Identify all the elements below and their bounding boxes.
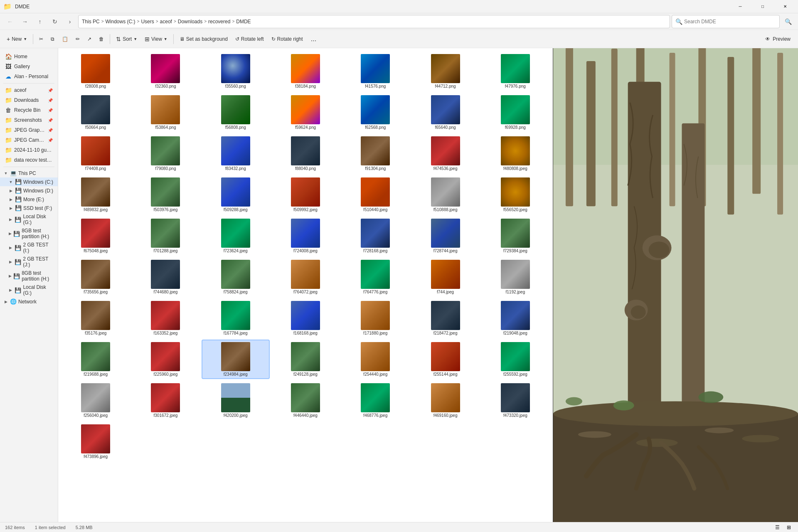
file-item[interactable]: f764776.jpeg bbox=[341, 257, 409, 297]
more-button[interactable]: … bbox=[307, 32, 320, 46]
file-item[interactable]: f735656.jpeg bbox=[62, 257, 130, 297]
bc-users[interactable]: Users bbox=[141, 19, 154, 25]
expand-8gb-h2[interactable]: ▶ bbox=[8, 274, 12, 278]
bc-downloads[interactable]: Downloads bbox=[178, 19, 202, 25]
file-item[interactable]: f234984.jpeg bbox=[202, 340, 270, 379]
expand-2gb-i[interactable]: ▶ bbox=[8, 246, 13, 250]
set-background-button[interactable]: 🖥 Set as background bbox=[176, 32, 231, 47]
rotate-right-button[interactable]: ↻ Rotate right bbox=[268, 32, 306, 47]
paste-button[interactable]: 📋 bbox=[59, 32, 71, 47]
file-item[interactable]: f47976.png bbox=[481, 52, 549, 91]
minimize-button[interactable]: ─ bbox=[731, 0, 750, 13]
sidebar-item-jpeg-graphics[interactable]: 📁 JPEG Graphics file 📌 bbox=[0, 125, 58, 135]
expand-more-e[interactable]: ▶ bbox=[8, 197, 13, 202]
file-item[interactable]: f254440.jpeg bbox=[341, 340, 409, 379]
file-item[interactable]: f35560.png bbox=[202, 52, 270, 91]
file-item[interactable]: f446440.jpeg bbox=[271, 381, 340, 420]
file-item[interactable]: f1192.jpeg bbox=[481, 257, 549, 297]
tree-item-more-e[interactable]: ▶ 💾 More (E:) bbox=[0, 195, 58, 204]
file-item[interactable]: f255144.jpeg bbox=[411, 340, 479, 379]
file-item[interactable]: f510440.jpeg bbox=[341, 175, 409, 214]
sort-button[interactable]: ⇅ Sort ▼ bbox=[113, 32, 140, 47]
file-item[interactable]: f474536.jpeg bbox=[411, 134, 479, 173]
file-item[interactable]: f489832.jpeg bbox=[62, 175, 130, 214]
file-item[interactable]: f50664.png bbox=[62, 93, 130, 132]
file-item[interactable]: f480808.jpeg bbox=[481, 134, 549, 173]
file-item[interactable]: f509288.jpeg bbox=[202, 175, 270, 214]
file-item[interactable]: f701288.jpeg bbox=[131, 216, 200, 256]
file-item[interactable]: f41576.png bbox=[341, 52, 409, 91]
tree-item-8gb-h[interactable]: ▶ 💾 8GB test partition (H:) bbox=[0, 227, 58, 241]
cut-button[interactable]: ✂ bbox=[36, 32, 47, 47]
tree-item-this-pc[interactable]: ▼ 💻 This PC bbox=[0, 169, 58, 177]
file-item[interactable]: f510888.jpeg bbox=[411, 175, 479, 214]
rename-button[interactable]: ✏ bbox=[72, 32, 83, 47]
expand-local-g2[interactable]: ▶ bbox=[8, 288, 13, 292]
back-button[interactable]: ← bbox=[3, 15, 17, 28]
bc-recovered[interactable]: recovered bbox=[208, 19, 230, 25]
sidebar-item-gutter-check[interactable]: 📁 2024-11-10 gutter check bbox=[0, 145, 58, 155]
file-item[interactable]: f28008.png bbox=[62, 52, 130, 91]
file-item[interactable]: f53864.png bbox=[131, 93, 200, 132]
up-button[interactable]: ↑ bbox=[33, 15, 47, 28]
expand-local-g[interactable]: ▶ bbox=[8, 217, 13, 222]
file-item[interactable]: f473896.jpeg bbox=[62, 422, 130, 461]
file-item[interactable]: f469160.jpeg bbox=[411, 381, 479, 420]
file-item[interactable]: f503976.jpeg bbox=[131, 175, 200, 214]
file-item[interactable]: f473320.jpeg bbox=[481, 381, 549, 420]
file-item[interactable]: f744.jpeg bbox=[411, 257, 479, 297]
file-item[interactable]: f225960.jpeg bbox=[131, 340, 200, 379]
tree-item-network[interactable]: ▶ 🌐 Network bbox=[0, 297, 58, 306]
tree-item-windows-d[interactable]: ▶ 💾 Windows (D:) bbox=[0, 186, 58, 195]
expand-windows-d[interactable]: ▶ bbox=[8, 189, 13, 193]
forward-button[interactable]: → bbox=[18, 15, 32, 28]
file-item[interactable]: f219048.jpeg bbox=[481, 298, 549, 338]
sidebar-item-screenshots[interactable]: 📁 Screenshots 📌 bbox=[0, 115, 58, 125]
bc-this-pc[interactable]: This PC bbox=[82, 19, 100, 25]
view-button[interactable]: ⊞ View ▼ bbox=[141, 32, 171, 47]
sidebar-item-alan-personal[interactable]: ☁ Alan - Personal bbox=[0, 71, 58, 81]
tree-item-local-g2[interactable]: ▶ 💾 Local Disk (G:) bbox=[0, 283, 58, 297]
sidebar-item-downloads[interactable]: 📁 Downloads 📌 bbox=[0, 95, 58, 105]
file-item[interactable]: f468776.jpeg bbox=[341, 381, 409, 420]
bc-dmde[interactable]: DMDE bbox=[236, 19, 251, 25]
file-item[interactable]: f65640.png bbox=[411, 93, 479, 132]
refresh-button[interactable]: ↻ bbox=[48, 15, 62, 28]
sidebar-item-aceof[interactable]: 📁 aceof 📌 bbox=[0, 85, 58, 95]
expand-8gb-h[interactable]: ▶ bbox=[8, 232, 12, 236]
bc-aceof[interactable]: aceof bbox=[160, 19, 172, 25]
file-item[interactable]: f83432.png bbox=[202, 134, 270, 173]
file-item[interactable]: f163352.jpeg bbox=[131, 298, 200, 338]
bc-windows-c[interactable]: Windows (C:) bbox=[106, 19, 135, 25]
file-item[interactable]: f764072.jpeg bbox=[271, 257, 340, 297]
new-button[interactable]: + New ▼ bbox=[3, 32, 30, 47]
file-item[interactable]: f62568.png bbox=[341, 93, 409, 132]
sidebar-item-recycle-bin[interactable]: 🗑 Recycle Bin 📌 bbox=[0, 105, 58, 115]
file-item[interactable]: f744680.jpeg bbox=[131, 257, 200, 297]
tree-item-ssd-f[interactable]: ▶ 💾 SSD test (F:) bbox=[0, 204, 58, 212]
share-button[interactable]: ↗ bbox=[84, 32, 95, 47]
file-item[interactable]: f69928.png bbox=[481, 93, 549, 132]
expand-nav-button[interactable]: › bbox=[63, 15, 76, 28]
file-item[interactable]: f38184.png bbox=[271, 52, 340, 91]
file-item[interactable]: f44712.png bbox=[411, 52, 479, 91]
tree-item-2gb-j[interactable]: ▶ 💾 2 GB TEST (J:) bbox=[0, 255, 58, 269]
expand-network[interactable]: ▶ bbox=[3, 300, 8, 304]
file-item[interactable]: f219688.jpeg bbox=[62, 340, 130, 379]
file-item[interactable]: f729384.jpeg bbox=[481, 216, 549, 256]
tree-item-2gb-i[interactable]: ▶ 💾 2 GB TEST (I:) bbox=[0, 241, 58, 255]
search-button[interactable]: 🔍 bbox=[781, 15, 795, 28]
file-item[interactable]: f249128.jpeg bbox=[271, 340, 340, 379]
expand-ssd-f[interactable]: ▶ bbox=[8, 206, 13, 210]
file-item[interactable]: f35176.jpeg bbox=[62, 298, 130, 338]
file-item[interactable]: f728744.jpeg bbox=[411, 216, 479, 256]
expand-2gb-j[interactable]: ▶ bbox=[8, 260, 13, 264]
file-item[interactable]: f255592.jpeg bbox=[481, 340, 549, 379]
rotate-left-button[interactable]: ↺ Rotate left bbox=[232, 32, 267, 47]
close-button[interactable]: ✕ bbox=[776, 0, 795, 13]
file-item[interactable]: f56808.png bbox=[202, 93, 270, 132]
file-item[interactable]: f728168.jpeg bbox=[341, 216, 409, 256]
file-item[interactable]: f675048.jpeg bbox=[62, 216, 130, 256]
file-item[interactable]: f32360.png bbox=[131, 52, 200, 91]
file-item[interactable]: f509992.jpeg bbox=[271, 175, 340, 214]
